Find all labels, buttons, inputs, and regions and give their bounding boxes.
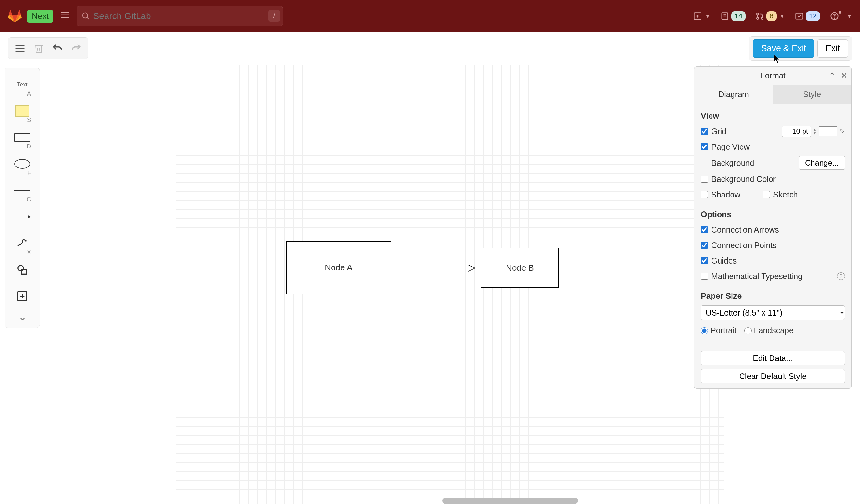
search-input[interactable] bbox=[76, 6, 283, 26]
tool-shortcut: X bbox=[27, 249, 31, 256]
tool-line[interactable]: C bbox=[11, 177, 33, 204]
guides-label: Guides bbox=[711, 256, 845, 266]
nav-create-button[interactable]: ▼ bbox=[693, 12, 711, 21]
shadow-checkbox[interactable] bbox=[701, 191, 708, 198]
node-label: Node B bbox=[506, 263, 534, 273]
grid-color-swatch[interactable] bbox=[819, 127, 837, 136]
nav-todos[interactable]: 12 bbox=[795, 11, 820, 21]
sketch-label: Sketch bbox=[773, 190, 845, 199]
search-container: / bbox=[76, 6, 283, 26]
svg-line-4 bbox=[87, 17, 89, 19]
tool-text[interactable]: Text A bbox=[11, 71, 33, 98]
tool-insert[interactable] bbox=[11, 283, 33, 309]
grid-spinner[interactable]: ▲▼ bbox=[813, 128, 817, 135]
background-change-button[interactable]: Change... bbox=[799, 156, 845, 170]
tool-palette: Text A S D F C X bbox=[4, 68, 40, 328]
tool-arrow[interactable] bbox=[11, 204, 33, 230]
line-icon bbox=[14, 190, 30, 191]
svg-point-16 bbox=[834, 18, 835, 18]
horizontal-scrollbar[interactable] bbox=[442, 498, 578, 504]
math-checkbox[interactable] bbox=[701, 273, 708, 280]
todos-count-badge: 12 bbox=[806, 11, 820, 21]
format-tabs: Diagram Style bbox=[694, 85, 851, 104]
exit-button[interactable]: Exit bbox=[817, 39, 848, 58]
paper-size-title: Paper Size bbox=[701, 291, 845, 301]
landscape-radio[interactable] bbox=[744, 327, 751, 334]
nav-right-icons: ▼ 14 6 ▼ 12 ▼ bbox=[693, 11, 852, 21]
gitlab-navbar: Next / ▼ 14 6 ▼ 12 ▼ bbox=[0, 0, 860, 32]
chevron-down-icon: ⌄ bbox=[18, 311, 27, 323]
delete-button[interactable] bbox=[31, 40, 47, 57]
tool-shortcut: C bbox=[27, 196, 31, 203]
edit-data-button[interactable]: Edit Data... bbox=[701, 351, 845, 365]
page-view-checkbox[interactable] bbox=[701, 143, 708, 150]
grid-checkbox[interactable] bbox=[701, 128, 708, 135]
close-icon[interactable]: ✕ bbox=[841, 71, 847, 80]
svg-point-11 bbox=[757, 13, 759, 15]
format-panel-header: Format ⌃ ✕ bbox=[694, 67, 851, 85]
tool-freehand[interactable]: X bbox=[11, 230, 33, 256]
math-label: Mathematical Typesetting bbox=[711, 272, 832, 281]
guides-checkbox[interactable] bbox=[701, 257, 708, 264]
gitlab-logo-icon[interactable] bbox=[8, 9, 22, 23]
connection-points-label: Connection Points bbox=[711, 241, 845, 250]
merge-count-badge: 6 bbox=[766, 11, 777, 21]
nav-merge-requests[interactable]: 6 ▼ bbox=[756, 11, 785, 21]
redo-button[interactable] bbox=[68, 40, 84, 57]
nav-help[interactable]: ▼ bbox=[830, 11, 852, 21]
chevron-down-icon: ▼ bbox=[779, 13, 785, 20]
diagram-node-b[interactable]: Node B bbox=[481, 248, 559, 288]
connection-points-checkbox[interactable] bbox=[701, 242, 708, 249]
paper-size-select[interactable]: US-Letter (8,5" x 11") bbox=[701, 305, 845, 320]
grid-label: Grid bbox=[711, 127, 779, 136]
background-color-checkbox[interactable] bbox=[701, 176, 708, 183]
tool-shortcut: A bbox=[27, 90, 31, 97]
undo-button[interactable] bbox=[49, 40, 66, 57]
nav-hamburger-icon[interactable] bbox=[58, 8, 71, 24]
tool-ellipse[interactable]: F bbox=[11, 151, 33, 177]
grid-size-input[interactable] bbox=[782, 125, 811, 137]
background-color-label: Background Color bbox=[711, 175, 845, 184]
pencil-icon[interactable]: ✎ bbox=[839, 128, 845, 135]
sketch-checkbox[interactable] bbox=[763, 191, 770, 198]
options-section-title: Options bbox=[701, 210, 845, 219]
search-icon bbox=[81, 11, 90, 21]
view-section-title: View bbox=[701, 111, 845, 121]
palette-expand[interactable]: ⌄ bbox=[11, 309, 33, 324]
freehand-icon bbox=[15, 237, 29, 249]
collapse-icon[interactable]: ⌃ bbox=[829, 71, 835, 80]
diagram-connector[interactable] bbox=[395, 262, 479, 274]
node-label: Node A bbox=[325, 263, 352, 273]
toolbar-right-group: Save & Exit Exit bbox=[749, 36, 852, 61]
rectangle-icon bbox=[14, 133, 30, 142]
diagram-node-a[interactable]: Node A bbox=[286, 241, 391, 294]
diagram-canvas[interactable]: Node A Node B bbox=[176, 64, 725, 504]
svg-point-13 bbox=[761, 17, 763, 19]
plus-box-icon bbox=[16, 290, 28, 302]
portrait-radio-label[interactable]: Portrait bbox=[701, 326, 737, 335]
menu-hamburger-icon[interactable] bbox=[12, 40, 28, 57]
save-exit-button[interactable]: Save & Exit bbox=[753, 39, 814, 58]
background-label: Background bbox=[711, 159, 796, 168]
help-icon[interactable]: ? bbox=[837, 272, 845, 280]
clear-default-style-button[interactable]: Clear Default Style bbox=[701, 369, 845, 383]
portrait-radio[interactable] bbox=[701, 327, 708, 334]
arrow-icon bbox=[14, 217, 30, 218]
issues-count-badge: 14 bbox=[731, 11, 745, 21]
tool-shapes[interactable] bbox=[11, 256, 33, 283]
toolbar-left-group bbox=[8, 38, 88, 59]
tab-diagram[interactable]: Diagram bbox=[694, 85, 773, 104]
page-view-label: Page View bbox=[711, 142, 845, 152]
format-panel-title: Format bbox=[760, 71, 785, 80]
next-badge[interactable]: Next bbox=[27, 10, 53, 23]
landscape-radio-label[interactable]: Landscape bbox=[744, 326, 793, 335]
nav-issues[interactable]: 14 bbox=[720, 11, 745, 21]
svg-rect-14 bbox=[796, 13, 803, 19]
tab-style[interactable]: Style bbox=[773, 85, 851, 104]
sticky-note-icon bbox=[15, 105, 29, 117]
tool-sticky-note[interactable]: S bbox=[11, 98, 33, 124]
connection-arrows-checkbox[interactable] bbox=[701, 226, 708, 233]
format-panel: Format ⌃ ✕ Diagram Style View Grid ▲▼ ✎ bbox=[694, 66, 851, 389]
shadow-label: Shadow bbox=[711, 190, 760, 199]
tool-rectangle[interactable]: D bbox=[11, 124, 33, 151]
